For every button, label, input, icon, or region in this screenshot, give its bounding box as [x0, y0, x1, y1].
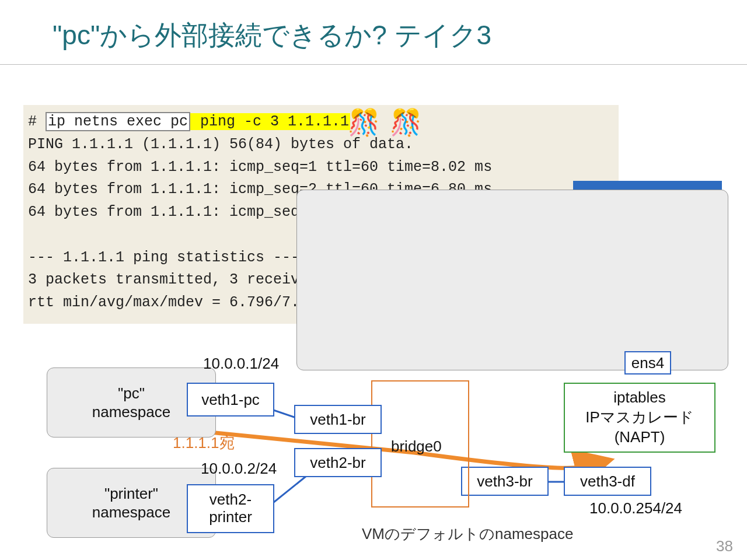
iptables-l3: (NAPT) — [615, 428, 665, 447]
veth3-df-box: veth3-df — [564, 467, 651, 496]
arrow-destination-label: 1.1.1.1宛 — [173, 433, 235, 453]
title-divider — [0, 64, 747, 65]
slide-number: 38 — [716, 537, 733, 555]
veth2-printer-ip-label: 10.0.0.2/24 — [201, 460, 277, 478]
term-line: 64 bytes from 1.1.1.1: icmp_seq=1 ttl=60… — [28, 159, 492, 176]
cmd-highlight: ping -c 3 1.1.1.1 — [190, 113, 350, 130]
veth2-printer-l1: veth2- — [210, 491, 252, 509]
veth2-printer-box: veth2- printer — [187, 484, 274, 533]
cmd-netns-box: ip netns exec pc — [46, 112, 190, 131]
iptables-l2: IPマスカレード — [585, 408, 694, 428]
iptables-l1: iptables — [613, 388, 666, 408]
prompt: # — [28, 113, 46, 130]
ens4-box: ens4 — [624, 351, 671, 374]
vm-namespace-label: VMのデフォルトのnamespace — [362, 524, 573, 544]
vm-namespace-box — [296, 190, 728, 370]
printer-ns-l1: "printer" — [104, 484, 158, 503]
veth1-br-box: veth1-br — [294, 405, 382, 434]
printer-ns-l2: namespace — [92, 503, 170, 522]
iptables-box: iptables IPマスカレード (NAPT) — [564, 383, 715, 453]
veth3-br-box: veth3-br — [461, 467, 549, 496]
veth1-pc-box: veth1-pc — [187, 383, 274, 416]
slide-title: "pc"から外部接続できるか? テイク3 — [0, 0, 747, 54]
pc-ns-l2: namespace — [92, 402, 170, 422]
veth2-printer-l2: printer — [209, 509, 252, 526]
celebrate-icon: 🎊 — [390, 107, 422, 138]
veth1-pc-ip-label: 10.0.0.1/24 — [203, 355, 279, 373]
bridge0-label: bridge0 — [391, 438, 442, 456]
celebrate-icon: 🎊 — [348, 107, 380, 138]
pc-ns-l1: "pc" — [118, 384, 145, 403]
term-line: --- 1.1.1.1 ping statistics --- — [28, 249, 299, 266]
veth2-br-box: veth2-br — [294, 448, 382, 477]
veth3-df-ip-label: 10.0.0.254/24 — [589, 499, 682, 517]
term-line: PING 1.1.1.1 (1.1.1.1) 56(84) bytes of d… — [28, 136, 413, 153]
